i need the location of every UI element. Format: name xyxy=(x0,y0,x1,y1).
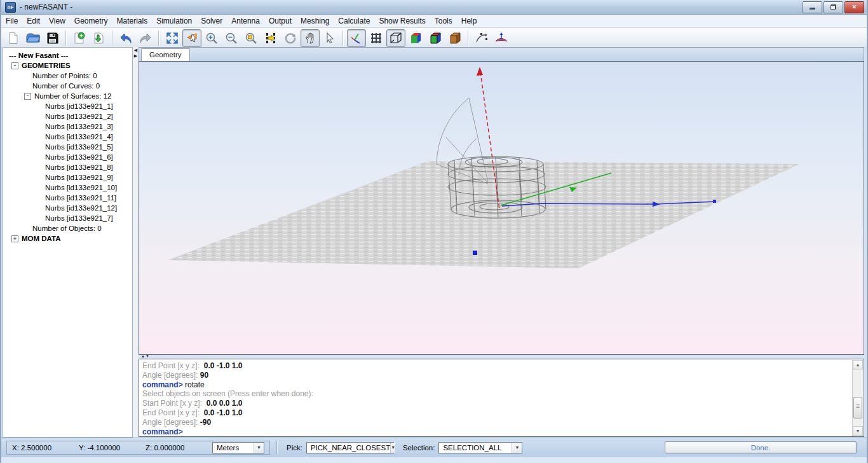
menu-antenna[interactable]: Antenna xyxy=(227,15,264,27)
collapse-icon[interactable]: - xyxy=(24,93,31,100)
window-footer xyxy=(1,457,868,463)
collapse-left-icon[interactable]: ◀ xyxy=(133,47,139,53)
scroll-up-icon[interactable]: ▲ xyxy=(853,360,863,370)
menu-solver[interactable]: Solver xyxy=(196,15,227,27)
menu-bar: File Edit View Geometry Materials Simula… xyxy=(1,15,867,28)
console-line: End Point [x y z]: 0.0 -1.0 1.0 xyxy=(142,361,851,371)
axes-toggle-button[interactable] xyxy=(347,29,366,47)
rotate-view-icon xyxy=(284,32,297,45)
toolbar xyxy=(1,28,867,48)
zoom-extents-icon xyxy=(264,32,277,45)
selection-dropdown[interactable]: SELECTION_ALL ▼ xyxy=(438,442,522,453)
zoom-in-button[interactable] xyxy=(202,29,221,47)
chevron-down-icon: ▼ xyxy=(390,443,395,453)
solid-edges-view-button[interactable] xyxy=(426,29,445,47)
tree-item-surfaces[interactable]: -Number of Surfaces: 12 xyxy=(3,91,132,101)
new-file-button[interactable] xyxy=(4,29,23,47)
scroll-thumb[interactable] xyxy=(853,397,862,418)
menu-edit[interactable]: Edit xyxy=(22,15,44,27)
point-marker xyxy=(473,251,477,255)
zoom-out-button[interactable] xyxy=(222,29,241,47)
tree-item-nurbs-11[interactable]: Nurbs [id133e921_11] xyxy=(3,193,132,203)
tree-item-nurbs-8[interactable]: Nurbs [id133e921_8] xyxy=(3,162,132,172)
save-button[interactable] xyxy=(43,29,62,47)
console-line: End Point [x y z]: 0.0 -1.0 1.0 xyxy=(142,408,851,418)
menu-show-results[interactable]: Show Results xyxy=(374,15,430,27)
tree-item-nurbs-12[interactable]: Nurbs [id133e921_12] xyxy=(3,203,132,213)
tree-item-nurbs-1[interactable]: Nurbs [id133e921_1] xyxy=(3,101,132,111)
zoom-box-icon xyxy=(186,32,198,45)
solid-view-button[interactable] xyxy=(406,29,425,47)
redo-button[interactable] xyxy=(136,29,155,47)
panel-splitter[interactable]: ◀ ▶ xyxy=(133,47,139,438)
tree-item-nurbs-9[interactable]: Nurbs [id133e921_9] xyxy=(3,172,132,183)
tab-strip: Geometry xyxy=(139,47,864,61)
rotate-tool-button[interactable] xyxy=(472,29,491,47)
close-icon: ✕ xyxy=(852,4,857,10)
axes-icon xyxy=(350,32,363,45)
tree-item-nurbs-7[interactable]: Nurbs [id133e921_7] xyxy=(3,213,132,223)
menu-geometry[interactable]: Geometry xyxy=(70,15,112,27)
tree-item-objects[interactable]: Number of Objects: 0 xyxy=(3,223,132,233)
minimize-button[interactable] xyxy=(803,1,822,13)
scroll-down-icon[interactable]: ▼ xyxy=(853,426,863,436)
textured-view-button[interactable] xyxy=(445,29,465,47)
tree-item-nurbs-5[interactable]: Nurbs [id133e921_5] xyxy=(3,142,132,152)
console-line: command> rotate xyxy=(142,380,851,390)
normals-tool-button[interactable] xyxy=(492,29,511,47)
tree-item-nurbs-3[interactable]: Nurbs [id133e921_3] xyxy=(3,121,132,132)
tree-item-root[interactable]: --- New Fasant --- xyxy=(3,50,132,60)
pan-button[interactable] xyxy=(301,29,320,47)
tree-item-mom-data[interactable]: +MOM DATA xyxy=(3,233,132,244)
tree-item-nurbs-2[interactable]: Nurbs [id133e921_2] xyxy=(3,111,132,121)
console-prompt[interactable]: command> xyxy=(142,427,851,437)
export-button[interactable] xyxy=(90,29,109,47)
expand-icon[interactable]: + xyxy=(11,235,18,242)
tree-item-points[interactable]: Number of Points: 0 xyxy=(3,71,132,81)
menu-tools[interactable]: Tools xyxy=(430,15,457,27)
select-button[interactable] xyxy=(320,29,339,47)
splitter-arrows-icon[interactable]: ▲▼ xyxy=(141,354,150,358)
tree-item-nurbs-4[interactable]: Nurbs [id133e921_4] xyxy=(3,132,132,142)
open-file-button[interactable] xyxy=(24,29,43,47)
menu-calculate[interactable]: Calculate xyxy=(334,15,374,27)
menu-simulation[interactable]: Simulation xyxy=(152,15,196,27)
close-button[interactable]: ✕ xyxy=(844,1,864,13)
collapse-icon[interactable]: - xyxy=(11,62,18,69)
menu-materials[interactable]: Materials xyxy=(112,15,153,27)
undo-button[interactable] xyxy=(116,29,135,47)
menu-meshing[interactable]: Meshing xyxy=(296,15,334,27)
wireframe-view-button[interactable] xyxy=(386,29,405,47)
title-bar: nF - newFASANT - ✕ xyxy=(1,0,867,15)
fit-view-button[interactable] xyxy=(163,29,182,47)
console-line: Select objects on screen (Press enter wh… xyxy=(142,389,851,399)
grid-toggle-button[interactable] xyxy=(367,29,386,47)
console-line: Angle [degrees]: 90 xyxy=(142,371,851,380)
rotate-view-button[interactable] xyxy=(281,29,300,47)
tab-geometry[interactable]: Geometry xyxy=(141,48,190,61)
tree-item-nurbs-6[interactable]: Nurbs [id133e921_6] xyxy=(3,152,132,162)
menu-output[interactable]: Output xyxy=(264,15,296,27)
zoom-extents-button[interactable] xyxy=(261,29,280,47)
viewport-3d[interactable] xyxy=(139,61,864,355)
tree-item-geometries[interactable]: -GEOMETRIES xyxy=(3,60,132,71)
coord-x: X: 2.500000 xyxy=(12,444,79,452)
console-scrollbar[interactable]: ▲ ▼ xyxy=(852,360,863,436)
zoom-window-button[interactable] xyxy=(241,29,261,47)
command-console[interactable]: End Point [x y z]: 0.0 -1.0 1.0 Angle [d… xyxy=(139,359,864,437)
restore-button[interactable] xyxy=(824,1,843,13)
tree-item-nurbs-10[interactable]: Nurbs [id133e921_10] xyxy=(3,183,132,193)
restore-icon xyxy=(831,4,836,10)
menu-view[interactable]: View xyxy=(44,15,70,27)
tree-item-curves[interactable]: Number of Curves: 0 xyxy=(3,81,132,91)
pick-dropdown[interactable]: PICK_NEAR_CLOSEST ▼ xyxy=(306,442,394,453)
menu-help[interactable]: Help xyxy=(457,15,482,27)
status-bar: X: 2.500000 Y: -4.100000 Z: 0.000000 Met… xyxy=(1,438,868,457)
zoom-out-icon xyxy=(225,32,238,45)
expand-right-icon[interactable]: ▶ xyxy=(133,53,139,59)
import-button[interactable] xyxy=(70,29,89,47)
units-dropdown[interactable]: Meters ▼ xyxy=(212,442,264,453)
redo-icon xyxy=(139,32,153,45)
menu-file[interactable]: File xyxy=(1,15,22,27)
zoom-box-button[interactable] xyxy=(182,29,201,47)
